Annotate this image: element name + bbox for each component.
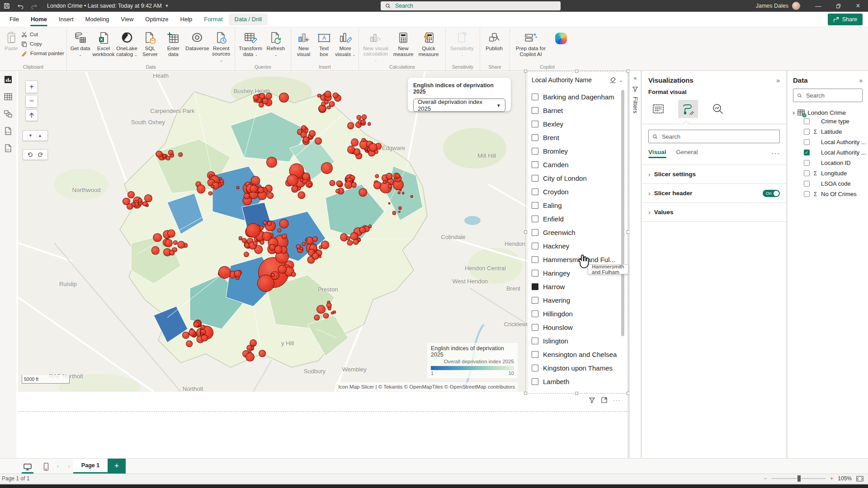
ribbon-tab-help[interactable]: Help	[175, 12, 198, 27]
slicer-item-checkbox[interactable]	[532, 297, 538, 304]
page-tab[interactable]: Page 1	[73, 459, 108, 474]
slicer-item-list[interactable]: Barking and DagenhamBarnetBexleyBrentBro…	[528, 90, 626, 391]
slicer-item[interactable]: Hillingdon	[528, 307, 626, 320]
global-search[interactable]	[381, 1, 561, 10]
slicer-item[interactable]: Kensington and Chelsea	[528, 347, 626, 361]
field-checkbox[interactable]: ✓	[804, 150, 810, 155]
new-visual-calculation-button[interactable]: fx New visual calculation ⌄	[361, 30, 390, 63]
dataverse-button[interactable]: Dataverse	[185, 30, 209, 63]
sensitivity-button[interactable]: Sensitivity⌄	[448, 30, 476, 63]
slicer-item-checkbox[interactable]	[532, 338, 538, 344]
slicer-item[interactable]: Hounslow	[528, 320, 626, 334]
ribbon-tab-view[interactable]: View	[115, 12, 139, 27]
ribbon-tab-format[interactable]: Format	[198, 12, 228, 27]
data-search-box[interactable]	[793, 89, 863, 102]
slicer-item[interactable]: Harrow	[528, 280, 626, 293]
slicer-item[interactable]: Islington	[528, 334, 626, 347]
dax-query-view-button[interactable]: DAX	[0, 122, 16, 140]
zoom-out-icon[interactable]: −	[764, 475, 767, 482]
ribbon-tab-home[interactable]: Home	[25, 12, 53, 27]
slicer-item-checkbox[interactable]	[532, 365, 538, 371]
restore-button[interactable]	[828, 0, 848, 12]
rotate-right-icon[interactable]	[38, 152, 43, 158]
copy-button[interactable]: Copy	[21, 40, 64, 48]
slicer-item[interactable]: Enfield	[528, 212, 626, 225]
data-search-input[interactable]	[805, 92, 859, 99]
refresh-button[interactable]: Refresh⌄	[264, 30, 287, 63]
slicer-item-checkbox[interactable]	[532, 202, 538, 209]
onelake-catalog-button[interactable]: OneLake catalog ⌄	[116, 30, 138, 63]
slicer-item-checkbox[interactable]	[532, 134, 538, 141]
zoom-slider-thumb[interactable]	[797, 475, 801, 482]
analytics-tab[interactable]	[708, 100, 728, 118]
map-pitch-control[interactable]: ▼▲	[23, 130, 48, 141]
new-measure-button[interactable]: New measure	[391, 30, 415, 63]
next-page-arrow[interactable]: ›	[68, 463, 70, 469]
build-visual-tab[interactable]	[648, 100, 668, 118]
copilot-button[interactable]	[550, 30, 572, 63]
close-button[interactable]: ×	[848, 0, 868, 12]
excel-workbook-button[interactable]: Excel workbook	[92, 30, 114, 63]
cut-button[interactable]: Cut	[21, 31, 64, 38]
publish-button[interactable]: Publish	[482, 30, 506, 63]
slicer-item-checkbox[interactable]	[532, 283, 538, 290]
slicer-item-checkbox[interactable]	[532, 378, 538, 385]
more-options-icon[interactable]: ···	[613, 397, 620, 404]
pitch-down-icon[interactable]: ▼	[28, 133, 33, 138]
slicer-chevron-icon[interactable]: ⌄	[619, 77, 623, 83]
desktop-layout-button[interactable]	[21, 461, 34, 473]
rotate-left-icon[interactable]	[27, 152, 33, 158]
field-row[interactable]: ΣLongitude	[788, 168, 868, 178]
slicer-item[interactable]: Lambeth	[528, 375, 626, 388]
ribbon-tab-insert[interactable]: Insert	[53, 12, 80, 27]
filters-pane-collapsed[interactable]: « Filters	[629, 71, 641, 458]
global-search-input[interactable]	[394, 2, 532, 9]
slicer-item-checkbox[interactable]	[532, 256, 538, 263]
prev-page-arrow[interactable]: ‹	[57, 463, 59, 469]
map-visual[interactable]: HeathBushey HeathCarpenders ParkSouth Ox…	[18, 71, 528, 392]
slicer-item[interactable]: Hackney	[528, 239, 626, 253]
slicer-item[interactable]: Bexley	[528, 117, 626, 131]
ribbon-tab-optimize[interactable]: Optimize	[139, 12, 174, 27]
map-zoom-in-button[interactable]: +	[25, 80, 38, 93]
collapse-visualizations-icon[interactable]: »	[776, 77, 780, 84]
paste-button[interactable]: Paste	[2, 30, 20, 63]
field-row[interactable]: Local Authority ...	[788, 137, 868, 147]
slicer-item[interactable]: Bromley	[528, 144, 626, 158]
slicer-item[interactable]: Barking and Dagenham	[528, 90, 626, 103]
field-checkbox[interactable]	[804, 170, 810, 176]
tab-general[interactable]: General	[676, 149, 698, 158]
enter-data-button[interactable]: Enter data	[162, 30, 184, 63]
slicer-item-checkbox[interactable]	[532, 148, 538, 155]
slicer-item-checkbox[interactable]	[532, 216, 538, 222]
format-search-input[interactable]	[661, 133, 776, 141]
slicer-item[interactable]: Croydon	[528, 185, 626, 198]
map-zoom-out-button[interactable]: −	[25, 95, 38, 108]
slicer-item-checkbox[interactable]	[532, 229, 538, 236]
share-button[interactable]: Share	[828, 14, 863, 25]
text-box-button[interactable]: A Text box	[315, 30, 333, 63]
new-visual-button[interactable]: New visual	[293, 30, 314, 63]
format-more-options-icon[interactable]: ···	[771, 150, 780, 158]
slicer-item-checkbox[interactable]	[532, 351, 538, 358]
sql-server-button[interactable]: SQL Server	[139, 30, 161, 63]
deprivation-index-select[interactable]: Overall deprivation index 2025 ▼	[413, 99, 505, 112]
field-checkbox[interactable]	[804, 139, 810, 145]
section-slicer-settings[interactable]: › Slicer settings	[642, 164, 786, 183]
slicer-item-checkbox[interactable]	[532, 310, 538, 317]
report-canvas[interactable]: HeathBushey HeathCarpenders ParkSouth Ox…	[16, 71, 627, 458]
slicer-item-checkbox[interactable]	[532, 94, 538, 100]
slicer-item-checkbox[interactable]	[532, 175, 538, 182]
save-icon[interactable]	[0, 0, 14, 12]
prep-data-copilot-button[interactable]: Prep data for Copilot AI	[512, 30, 549, 63]
ribbon-tab-file[interactable]: File	[4, 12, 25, 27]
slicer-scrollbar[interactable]	[621, 90, 624, 336]
quick-measure-button[interactable]: Quick measure	[416, 30, 441, 63]
slicer-item-checkbox[interactable]	[532, 107, 538, 114]
format-search-box[interactable]	[648, 130, 780, 143]
local-authority-slicer[interactable]: Local Authority Name ⌄ Barking and Dagen…	[528, 72, 626, 391]
slicer-item-checkbox[interactable]	[532, 188, 538, 195]
slicer-item[interactable]: Havering	[528, 293, 626, 307]
zoom-slider[interactable]	[771, 478, 826, 479]
field-row[interactable]: ΣLatitude	[788, 127, 868, 137]
